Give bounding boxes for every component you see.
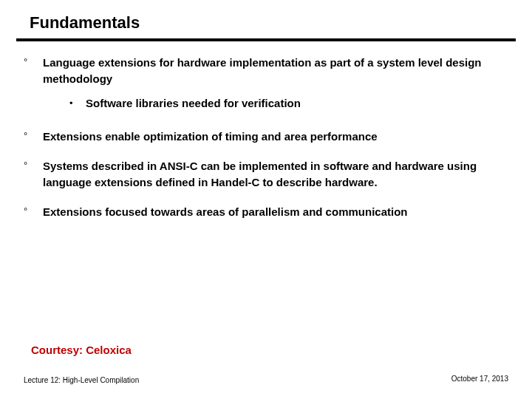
degree-bullet-icon: ° bbox=[24, 55, 43, 115]
bullet-list: ° Language extensions for hardware imple… bbox=[24, 55, 508, 220]
bullet-text: Systems described in ANSI-C can be imple… bbox=[43, 158, 508, 191]
courtesy-note: Courtesy: Celoxica bbox=[31, 344, 132, 356]
footer-date: October 17, 2013 bbox=[451, 375, 508, 383]
degree-bullet-icon: ° bbox=[24, 129, 43, 145]
list-item: ° Language extensions for hardware imple… bbox=[24, 55, 508, 115]
sub-list-item: • Software libraries needed for verifica… bbox=[69, 96, 508, 111]
bullet-body: Language extensions for hardware impleme… bbox=[43, 55, 508, 115]
bullet-text: Language extensions for hardware impleme… bbox=[43, 55, 508, 87]
sub-list: • Software libraries needed for verifica… bbox=[69, 96, 508, 111]
list-item: ° Extensions enable optimization of timi… bbox=[24, 129, 508, 145]
degree-bullet-icon: ° bbox=[24, 204, 43, 220]
degree-bullet-icon: ° bbox=[24, 158, 43, 191]
page-title: Fundamentals bbox=[30, 13, 532, 33]
list-item: ° Systems described in ANSI-C can be imp… bbox=[24, 158, 508, 191]
slide: Fundamentals ° Language extensions for h… bbox=[0, 0, 532, 399]
footer-lecture-label: Lecture 12: High-Level Compilation bbox=[24, 376, 139, 384]
sub-bullet-text: Software libraries needed for verificati… bbox=[86, 96, 301, 111]
bullet-text: Extensions enable optimization of timing… bbox=[43, 129, 378, 145]
content-area: ° Language extensions for hardware imple… bbox=[0, 41, 532, 220]
title-area: Fundamentals bbox=[0, 0, 532, 33]
dot-bullet-icon: • bbox=[69, 96, 86, 111]
bullet-text: Extensions focused towards areas of para… bbox=[43, 204, 407, 220]
list-item: ° Extensions focused towards areas of pa… bbox=[24, 204, 508, 220]
